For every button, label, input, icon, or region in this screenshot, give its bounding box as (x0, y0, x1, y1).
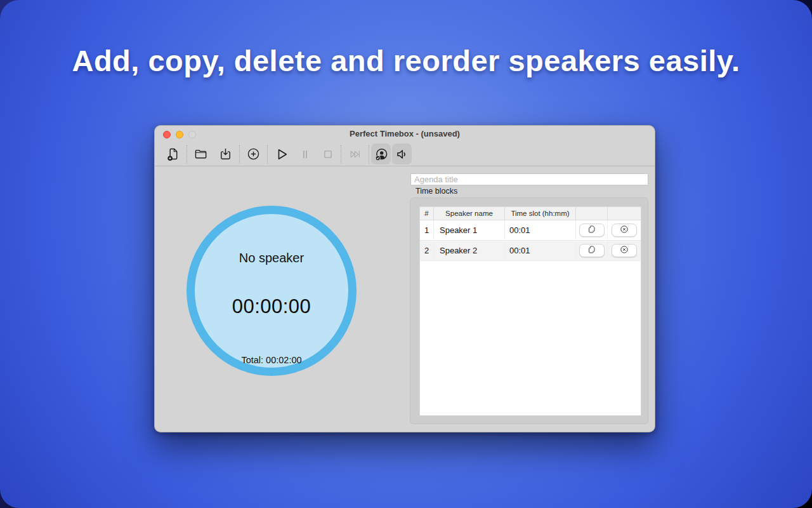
volume-icon (395, 147, 410, 162)
copy-speaker-button[interactable] (579, 244, 605, 257)
pause-button (294, 144, 317, 164)
column-header-delete (608, 207, 641, 220)
copy-icon (587, 245, 596, 256)
stop-button (317, 144, 339, 164)
folder-icon (193, 147, 208, 161)
save-icon (218, 147, 233, 161)
toolbar (155, 142, 655, 166)
toolbar-separator (341, 145, 341, 164)
table-header-row: # Speaker name Time slot (hh:mm) (420, 207, 641, 220)
copy-icon (587, 225, 596, 236)
table-row[interactable]: 2 Speaker 2 00:01 (420, 241, 641, 261)
pause-icon (298, 147, 312, 161)
plus-circle-icon (246, 147, 261, 161)
time-blocks-groupbox: # Speaker name Time slot (hh:mm) 1 Speak… (410, 197, 648, 424)
column-header-name: Speaker name (434, 207, 505, 220)
save-button[interactable] (213, 144, 238, 164)
column-header-slot: Time slot (hh:mm) (505, 207, 576, 220)
marketing-background: Add, copy, delete and reorder speakers e… (0, 0, 812, 508)
time-slot-cell[interactable]: 00:01 (505, 241, 576, 260)
timer-dial: No speaker 00:00:00 Total: 00:02:00 (187, 206, 357, 376)
agenda-title-input[interactable] (410, 173, 648, 185)
delete-speaker-button[interactable] (612, 244, 637, 257)
toolbar-separator (187, 145, 187, 164)
delete-speaker-button[interactable] (612, 224, 637, 237)
time-slot-cell[interactable]: 00:01 (505, 220, 576, 240)
speaker-badge-icon (374, 147, 389, 162)
headline-text: Add, copy, delete and reorder speakers e… (0, 43, 812, 78)
speaker-name-cell[interactable]: Speaker 2 (434, 241, 505, 260)
delete-circle-x-icon (620, 245, 629, 256)
toolbar-separator (369, 145, 369, 164)
open-folder-button[interactable] (188, 144, 213, 164)
time-blocks-label: Time blocks (416, 187, 457, 196)
speakers-table: # Speaker name Time slot (hh:mm) 1 Speak… (419, 206, 641, 416)
row-index: 1 (420, 220, 434, 240)
total-time-label: Total: 00:02:00 (195, 355, 348, 365)
title-bar: Perfect Timebox - (unsaved) (155, 126, 655, 142)
column-header-index: # (420, 207, 434, 220)
new-file-button[interactable] (160, 144, 185, 164)
new-file-icon (166, 147, 180, 161)
copy-speaker-button[interactable] (579, 224, 605, 237)
sound-toggle[interactable] (392, 144, 412, 164)
column-header-copy (576, 207, 608, 220)
skip-end-icon (348, 147, 362, 161)
current-speaker-label: No speaker (195, 251, 348, 265)
play-icon (274, 147, 289, 162)
row-index: 2 (420, 241, 434, 260)
announce-speaker-toggle[interactable] (371, 144, 391, 164)
app-window: Perfect Timebox - (unsaved) (154, 125, 655, 432)
window-title: Perfect Timebox - (unsaved) (155, 129, 655, 138)
play-button[interactable] (269, 144, 294, 164)
skip-to-end-button (343, 144, 367, 164)
elapsed-time: 00:00:00 (195, 295, 348, 318)
speaker-name-cell[interactable]: Speaker 1 (434, 220, 505, 240)
delete-circle-x-icon (620, 225, 629, 236)
toolbar-separator (239, 145, 240, 164)
add-speaker-button[interactable] (241, 144, 266, 164)
table-row[interactable]: 1 Speaker 1 00:01 (420, 220, 641, 241)
stop-icon (321, 147, 335, 161)
toolbar-separator (267, 145, 268, 164)
